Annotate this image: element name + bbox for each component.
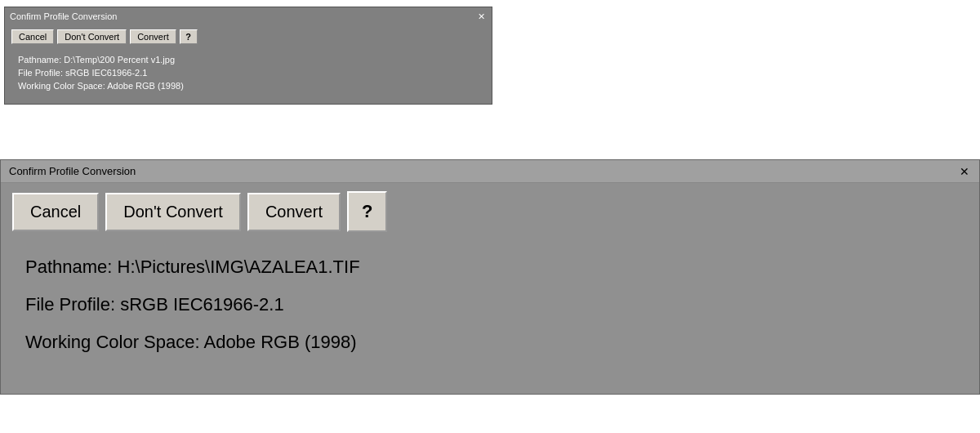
large-dialog: Confirm Profile Conversion ✕ Cancel Don'…: [0, 159, 980, 395]
small-file-profile: File Profile: sRGB IEC61966-2.1: [18, 68, 479, 78]
small-pathname-value: D:\Temp\200 Percent v1.jpg: [64, 55, 175, 65]
small-dialog: Confirm Profile Conversion ✕ Cancel Don'…: [4, 7, 492, 105]
small-cancel-button[interactable]: Cancel: [11, 29, 54, 44]
large-dont-convert-button[interactable]: Don't Convert: [105, 193, 241, 231]
large-working-color: Working Color Space: Adobe RGB (1998): [25, 332, 955, 353]
large-cancel-button[interactable]: Cancel: [12, 193, 99, 231]
small-dialog-title-bar: Confirm Profile Conversion ✕: [5, 7, 492, 25]
large-dialog-title-bar: Confirm Profile Conversion ✕: [1, 160, 979, 183]
small-dialog-toolbar: Cancel Don't Convert Convert ?: [5, 25, 492, 48]
large-file-profile: File Profile: sRGB IEC61966-2.1: [25, 294, 955, 315]
large-pathname: Pathname: H:\Pictures\IMG\AZALEA1.TIF: [25, 257, 955, 278]
large-dialog-toolbar: Cancel Don't Convert Convert ?: [1, 183, 979, 240]
small-dialog-title: Confirm Profile Conversion: [10, 11, 117, 21]
small-pathname: Pathname: D:\Temp\200 Percent v1.jpg: [18, 55, 479, 65]
small-dialog-content: Pathname: D:\Temp\200 Percent v1.jpg Fil…: [5, 48, 492, 104]
large-convert-button[interactable]: Convert: [247, 193, 341, 231]
small-pathname-label: Pathname:: [18, 55, 61, 65]
small-working-color-value: Adobe RGB (1998): [107, 81, 184, 91]
small-convert-button[interactable]: Convert: [130, 29, 176, 44]
large-dialog-close-button[interactable]: ✕: [958, 166, 971, 177]
large-dialog-content: Pathname: H:\Pictures\IMG\AZALEA1.TIF Fi…: [1, 240, 979, 394]
small-working-color: Working Color Space: Adobe RGB (1998): [18, 81, 479, 91]
small-dialog-close-button[interactable]: ✕: [476, 12, 487, 21]
small-help-button[interactable]: ?: [180, 29, 198, 44]
small-file-profile-label: File Profile:: [18, 68, 63, 78]
large-help-button[interactable]: ?: [347, 191, 387, 232]
small-working-color-label: Working Color Space:: [18, 81, 105, 91]
small-dont-convert-button[interactable]: Don't Convert: [57, 29, 127, 44]
small-file-profile-value: sRGB IEC61966-2.1: [65, 68, 147, 78]
large-dialog-title: Confirm Profile Conversion: [9, 165, 136, 177]
